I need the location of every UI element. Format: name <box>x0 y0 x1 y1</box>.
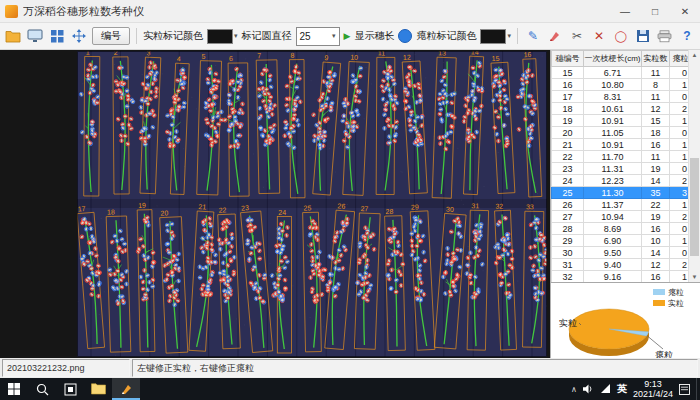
grid-button[interactable] <box>48 26 66 46</box>
table-row[interactable]: 2211.70111 <box>552 151 700 163</box>
svg-text:12: 12 <box>403 54 411 61</box>
grain-table-grid: 穗编号一次枝梗长(cm)实粒数瘪粒数 156.711101610.8081178… <box>551 50 700 283</box>
chevron-down-icon: ▾ <box>332 32 336 40</box>
scroll-up-icon[interactable]: ▲ <box>692 52 698 58</box>
brush-icon <box>548 30 561 43</box>
grain-table-head: 穗编号一次枝梗长(cm)实粒数瘪粒数 <box>552 51 700 67</box>
close-x-icon: ✕ <box>594 30 604 42</box>
filled-color-picker[interactable]: ▾ <box>207 29 238 44</box>
close-button[interactable]: ✕ <box>670 0 700 22</box>
language-indicator[interactable]: 英 <box>617 382 627 396</box>
app-taskbar-button[interactable] <box>112 378 140 400</box>
play-icon[interactable]: ▶ <box>344 31 351 41</box>
table-row[interactable]: 2311.31190 <box>552 163 700 175</box>
table-row[interactable]: 2710.94192 <box>552 211 700 223</box>
table-row[interactable]: 178.31110 <box>552 91 700 103</box>
search-icon <box>36 383 49 396</box>
svg-text:瘪粒: 瘪粒 <box>668 288 684 297</box>
move-button[interactable] <box>70 26 88 46</box>
print-button[interactable] <box>656 26 674 46</box>
svg-text:5: 5 <box>201 53 205 60</box>
monitor-icon <box>27 29 43 43</box>
table-row[interactable]: 2110.91161 <box>552 139 700 151</box>
circle-icon: ◯ <box>615 30 627 42</box>
empty-color-picker[interactable]: ▾ <box>480 29 511 44</box>
circle-mark-button[interactable]: ◯ <box>612 26 630 46</box>
grain-table: 穗编号一次枝梗长(cm)实粒数瘪粒数 156.711101610.8081178… <box>551 50 700 283</box>
show-desktop-button[interactable] <box>696 378 700 400</box>
table-row[interactable]: 2511.30353 <box>552 187 700 199</box>
filled-color-swatch <box>207 29 233 44</box>
show-length-toggle[interactable] <box>398 29 412 43</box>
table-row[interactable]: 329.16161 <box>552 271 700 283</box>
edit-pencil-button[interactable]: ✎ <box>524 26 542 46</box>
svg-text:29: 29 <box>411 203 419 210</box>
svg-text:20: 20 <box>160 209 168 216</box>
search-button[interactable] <box>28 378 56 400</box>
table-scrollbar[interactable]: ▲ ▼ <box>688 50 700 282</box>
right-panel: 穗编号一次枝梗长(cm)实粒数瘪粒数 156.711101610.8081178… <box>550 50 700 358</box>
maximize-button[interactable]: □ <box>640 0 670 22</box>
svg-text:30: 30 <box>446 205 454 213</box>
taskbar-spacer <box>140 378 565 400</box>
grid-icon <box>51 30 64 43</box>
table-row[interactable]: 156.71110 <box>552 67 700 79</box>
scroll-down-icon[interactable]: ▼ <box>692 274 698 280</box>
camera-button[interactable] <box>26 26 44 46</box>
task-view-button[interactable] <box>56 378 84 400</box>
file-explorer-button[interactable] <box>84 378 112 400</box>
network-icon[interactable] <box>600 384 611 394</box>
window-controls: — □ ✕ <box>610 0 700 22</box>
cut-button[interactable]: ✂ <box>568 26 586 46</box>
show-length-label: 显示穗长 <box>354 29 394 43</box>
table-row[interactable]: 309.50140 <box>552 247 700 259</box>
table-header-cell: 一次枝梗长(cm) <box>584 51 642 67</box>
svg-text:15: 15 <box>492 55 500 62</box>
table-row[interactable]: 2011.05180 <box>552 127 700 139</box>
svg-text:22: 22 <box>218 206 226 213</box>
action-center-icon[interactable] <box>679 384 690 395</box>
save-button[interactable] <box>634 26 652 46</box>
table-row[interactable]: 2412.23142 <box>552 175 700 187</box>
svg-text:24: 24 <box>278 209 286 216</box>
svg-text:33: 33 <box>526 203 534 210</box>
folder-icon <box>5 30 21 43</box>
mark-diameter-value: 25 <box>300 31 311 42</box>
volume-icon[interactable] <box>583 384 594 394</box>
taskbar-clock[interactable]: 9:13 2021/4/24 <box>633 379 673 399</box>
table-row[interactable]: 288.69160 <box>552 223 700 235</box>
open-folder-button[interactable] <box>4 26 22 46</box>
svg-text:18: 18 <box>107 208 115 215</box>
svg-text:26: 26 <box>337 202 345 210</box>
number-button[interactable]: 编号 <box>92 27 130 45</box>
delete-button[interactable]: ✕ <box>590 26 608 46</box>
svg-text:实粒: 实粒 <box>559 318 577 328</box>
minimize-button[interactable]: — <box>610 0 640 22</box>
tray-date: 2021/4/24 <box>633 389 673 399</box>
chevron-down-icon: ▾ <box>507 32 511 40</box>
svg-text:9: 9 <box>324 54 329 61</box>
table-row[interactable]: 319.40122 <box>552 259 700 271</box>
scrollbar-thumb[interactable] <box>690 158 699 256</box>
table-row[interactable]: 1910.91151 <box>552 115 700 127</box>
table-row[interactable]: 1810.61122 <box>552 103 700 115</box>
svg-text:7: 7 <box>257 52 261 59</box>
pencil-icon: ✎ <box>528 30 538 42</box>
mark-diameter-select[interactable]: 25 ▾ <box>296 27 340 46</box>
table-row[interactable]: 296.90101 <box>552 235 700 247</box>
tray-expand-icon[interactable]: ∧ <box>571 385 577 394</box>
svg-text:25: 25 <box>303 204 311 211</box>
image-area: 1234567891011121314151617181920212223242… <box>0 50 550 358</box>
table-header-cell: 穗编号 <box>552 51 584 67</box>
start-button[interactable] <box>0 378 28 400</box>
table-header-cell: 实粒数 <box>642 51 670 67</box>
svg-text:31: 31 <box>471 202 479 209</box>
table-row[interactable]: 2611.37221 <box>552 199 700 211</box>
save-disk-icon <box>636 29 650 43</box>
brush-button[interactable] <box>546 26 564 46</box>
table-row[interactable]: 337.90130 <box>552 283 700 284</box>
help-button[interactable]: ? <box>678 26 696 46</box>
help-icon: ? <box>683 30 690 42</box>
table-row[interactable]: 1610.8081 <box>552 79 700 91</box>
panicle-photo[interactable]: 1234567891011121314151617181920212223242… <box>77 51 547 357</box>
